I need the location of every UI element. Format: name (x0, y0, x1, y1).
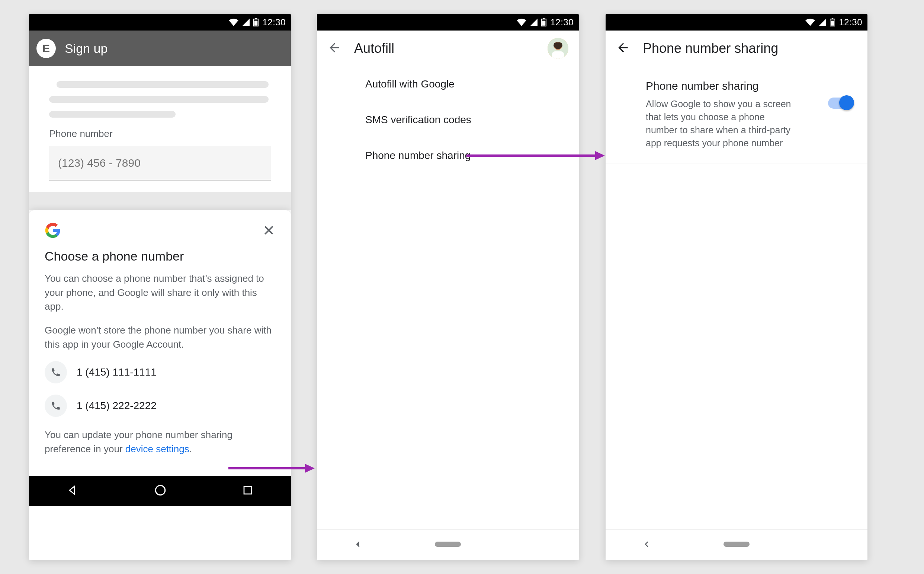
sheet-body-1: You can choose a phone number that’s ass… (45, 272, 275, 314)
skeleton-line (57, 81, 269, 88)
status-time: 12:30 (839, 17, 862, 28)
nav-back-icon[interactable] (642, 540, 651, 550)
setting-row[interactable]: Phone number sharing Allow Google to sho… (606, 66, 867, 163)
cell-icon (819, 19, 826, 26)
sheet-footer: You can update your phone number sharing… (45, 428, 275, 456)
wifi-icon (517, 19, 526, 26)
phone-autofill: 12:30 Autofill Autofill with Google SMS … (317, 14, 579, 560)
app-title: Autofill (354, 41, 535, 56)
status-time: 12:30 (550, 17, 574, 28)
svg-point-3 (156, 486, 165, 495)
svg-rect-13 (435, 542, 461, 547)
phone-option-text: 1 (415) 111-1111 (77, 366, 157, 378)
list-item-sms-codes[interactable]: SMS verification codes (317, 102, 579, 138)
nav-bar (317, 529, 579, 560)
form-area: Phone number (29, 66, 291, 192)
nav-home-pill[interactable] (435, 542, 461, 548)
svg-rect-2 (255, 21, 258, 26)
status-bar: 12:30 (317, 14, 579, 30)
sheet-body-2: Google won’t store the phone number you … (45, 323, 275, 352)
cell-icon (242, 19, 250, 26)
phone-icon (45, 361, 67, 383)
cell-icon (530, 19, 537, 26)
status-bar: 12:30 (29, 14, 291, 30)
svg-rect-17 (832, 18, 833, 19)
svg-marker-6 (305, 464, 315, 473)
nav-back-icon[interactable] (67, 484, 79, 498)
toggle-switch[interactable] (828, 98, 853, 109)
wifi-icon (229, 19, 239, 26)
nav-home-pill[interactable] (723, 542, 750, 548)
svg-rect-19 (723, 542, 750, 547)
phone-option[interactable]: 1 (415) 111-1111 (45, 361, 275, 383)
setting-description: Allow Google to show you a screen that l… (646, 98, 795, 150)
nav-bar (29, 476, 291, 506)
app-bar: E Sign up (29, 30, 291, 66)
battery-icon (253, 18, 259, 27)
svg-rect-12 (552, 51, 564, 59)
skeleton-line (49, 111, 176, 118)
svg-rect-9 (542, 21, 546, 26)
nav-home-icon[interactable] (154, 484, 167, 498)
battery-icon (541, 18, 547, 27)
footer-suffix: . (189, 443, 192, 454)
battery-icon (830, 18, 835, 27)
field-label: Phone number (49, 128, 271, 140)
annotation-arrow (228, 460, 315, 476)
app-bar: Phone number sharing (606, 30, 867, 66)
svg-rect-1 (255, 18, 257, 19)
nav-recent-icon[interactable] (242, 485, 253, 497)
status-bar: 12:30 (606, 14, 867, 30)
phone-icon (45, 394, 67, 417)
skeleton-line (49, 96, 269, 103)
svg-rect-4 (244, 487, 251, 494)
phone-option[interactable]: 1 (415) 222-2222 (45, 394, 275, 417)
back-arrow-icon[interactable] (327, 41, 341, 56)
wifi-icon (805, 19, 815, 26)
status-time: 12:30 (262, 17, 286, 28)
annotation-arrow (467, 147, 605, 164)
account-avatar[interactable] (548, 38, 568, 59)
nav-bar (606, 529, 867, 560)
back-arrow-icon[interactable] (616, 41, 630, 56)
nav-back-icon[interactable] (354, 540, 362, 550)
app-title: Sign up (65, 41, 107, 56)
google-logo-icon (45, 222, 61, 239)
phone-option-text: 1 (415) 222-2222 (77, 400, 157, 412)
svg-rect-18 (831, 21, 834, 26)
svg-marker-15 (595, 151, 605, 160)
list-item-autofill-google[interactable]: Autofill with Google (317, 66, 579, 102)
app-logo: E (36, 39, 56, 58)
setting-title: Phone number sharing (646, 80, 820, 92)
sheet-title: Choose a phone number (45, 249, 275, 263)
app-bar: Autofill (317, 30, 579, 66)
close-icon[interactable]: ✕ (262, 223, 275, 238)
sheet-divider (29, 192, 291, 210)
device-settings-link[interactable]: device settings (125, 443, 189, 454)
app-title: Phone number sharing (643, 41, 857, 56)
phone-signup: 12:30 E Sign up Phone number ✕ Choose a … (29, 14, 291, 560)
phone-hint-sheet: ✕ Choose a phone number You can choose a… (29, 210, 291, 476)
phone-sharing-setting: 12:30 Phone number sharing Phone number … (606, 14, 867, 560)
phone-input[interactable] (49, 146, 271, 181)
svg-rect-8 (543, 18, 545, 19)
